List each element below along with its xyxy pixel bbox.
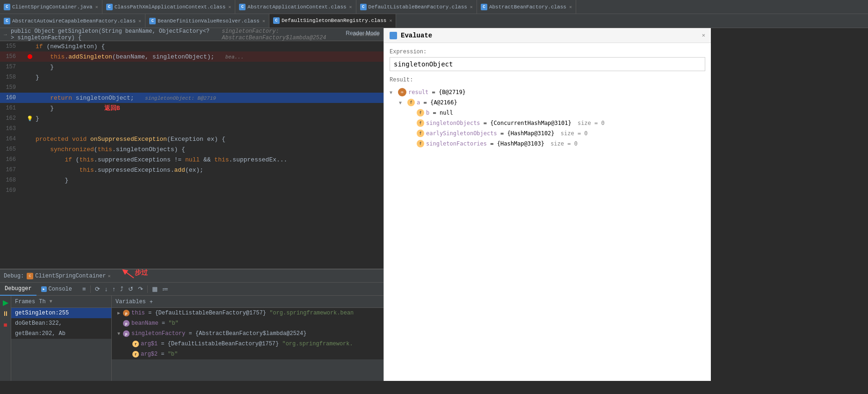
breakpoint-icon-156[interactable] [28, 54, 32, 59]
expand-arg1[interactable] [125, 341, 131, 347]
tab-defaultsingleton[interactable]: C DefaultSingletonBeanRegistry.class ✕ [269, 14, 396, 28]
code-line-162: 162 💡 } [0, 113, 383, 124]
line-content-164: protected void onSuppressedException(Exc… [34, 136, 383, 143]
debug-client[interactable]: C ClientSpringContainer ✕ [27, 273, 110, 279]
expand-arg2[interactable] [125, 351, 131, 358]
var-item-arg1[interactable]: f arg$1 = {DefaultListableBeanFactory@17… [112, 339, 383, 349]
tab-clientspring[interactable]: C ClientSpringContainer.java ✕ [0, 0, 102, 14]
debug-toolbar: ≡ ⟳ ↓ ↑ ⤴ ↺ ↷ ▦ ≔ [80, 285, 170, 293]
tab-close-7[interactable]: ✕ [262, 18, 265, 24]
var-item-beanname[interactable]: p beanName = "b" [112, 318, 383, 328]
threads-dropdown-icon[interactable]: ▼ [50, 299, 52, 304]
var-item-arg2[interactable]: f arg$2 = "b" [112, 349, 383, 359]
result-icon-root: ∞ [398, 88, 406, 96]
pause-button[interactable]: ⏸ [1, 309, 10, 318]
reset-button[interactable]: ↺ [126, 285, 135, 293]
result-icon-singletonobjects: f [417, 119, 424, 127]
expand-this[interactable]: ▶ [116, 310, 122, 316]
tab-abstractapp[interactable]: C AbstractApplicationContext.class ✕ [235, 0, 356, 14]
result-row-singletonfactories[interactable]: f singletonFactories = {HashMap@3103} si… [390, 139, 705, 149]
tab-close-4[interactable]: ✕ [470, 4, 473, 10]
result-icon-singletonfactories: f [417, 140, 424, 147]
add-variable-button[interactable]: + [150, 299, 153, 305]
resume-button[interactable]: ▶ [1, 298, 10, 307]
expression-input[interactable] [390, 57, 705, 71]
tab-close-2[interactable]: ✕ [228, 4, 231, 10]
client-close[interactable]: ✕ [108, 273, 110, 279]
settings-button[interactable]: ≔ [160, 285, 170, 293]
code-line-158: 158 } [0, 72, 383, 82]
tab-close-3[interactable]: ✕ [349, 4, 352, 10]
result-name-b: b = null [426, 109, 453, 116]
hint-text-1: singletonFactory: AbstractBeanFactory$la… [222, 28, 345, 41]
frames-button[interactable]: ≡ [80, 285, 88, 293]
gutter-162[interactable]: 💡 [26, 116, 34, 122]
tab-icon-6: C [4, 18, 10, 24]
var-item-this[interactable]: ▶ p this = {DefaultListableBeanFactory@1… [112, 308, 383, 318]
tab-close-1[interactable]: ✕ [95, 4, 98, 10]
tab-label-1: ClientSpringContainer.java [12, 4, 93, 10]
result-row-root[interactable]: ▼ ∞ result = {B@2719} [390, 87, 705, 97]
tab-debugger[interactable]: Debugger [0, 283, 36, 296]
result-name-earlysingleton: earlySingletonObjects = {HashMap@3102} s… [426, 130, 588, 137]
reader-mode-button[interactable]: Reader Mode [346, 30, 380, 36]
tab-close-8[interactable]: ✕ [389, 18, 392, 23]
var-name-this: this = {DefaultListableBeanFactory@1757}… [131, 310, 354, 316]
step-into-button[interactable]: ↓ [103, 285, 110, 293]
frame-label-2: doGetBean:322, [15, 320, 62, 327]
evaluate-button[interactable]: ↷ [136, 285, 145, 293]
var-icon-singletonfactory: p [123, 330, 130, 337]
main-layout: → public Object getSingleton(String bean… [0, 28, 868, 381]
var-icon-this: p [123, 310, 130, 316]
code-line-167: 167 this.suppressedExceptions.add(ex); [0, 165, 383, 175]
expand-beanname[interactable] [116, 320, 122, 327]
var-item-singletonfactory[interactable]: ▼ p singletonFactory = {AbstractBeanFact… [112, 328, 383, 339]
evaluate-panel-icon [390, 32, 397, 39]
line-number-163: 163 [0, 125, 20, 132]
tab-classpathxml[interactable]: C ClassPathXmlApplicationContext.class ✕ [102, 0, 236, 14]
frame-item-getbean[interactable]: getBean:202, Ab [11, 328, 111, 339]
result-row-b[interactable]: f b = null [390, 108, 705, 118]
tab-abstractautowire[interactable]: C AbstractAutowireCapableBeanFactory.cla… [0, 14, 145, 28]
line-number-169: 169 [0, 187, 20, 194]
run-to-cursor-button[interactable]: ⤴ [118, 285, 125, 293]
tab-console[interactable]: ▶ Console [36, 283, 77, 296]
expand-result[interactable]: ▼ [390, 90, 396, 95]
evaluate-header: Evaluate ✕ [384, 28, 711, 43]
line-number-157: 157 [0, 64, 20, 70]
frame-item-dogetbean[interactable]: doGetBean:322, [11, 318, 111, 328]
line-content-156: this.addSingleton(beanName, singletonObj… [34, 53, 383, 60]
step-out-button[interactable]: ↑ [110, 285, 117, 293]
evaluate-close-icon[interactable]: ✕ [702, 32, 705, 39]
tab-close-6[interactable]: ✕ [138, 18, 141, 24]
line-content-166: if (this.suppressedExceptions != null &&… [34, 156, 383, 163]
var-icon-arg2: f [132, 351, 139, 358]
result-row-singletonobjects[interactable]: f singletonObjects = {ConcurrentHashMap@… [390, 118, 705, 128]
result-row-earlysingleton[interactable]: f earlySingletonObjects = {HashMap@3102}… [390, 128, 705, 139]
expand-a[interactable]: ▼ [399, 100, 405, 105]
evaluate-panel: Evaluate ✕ Expression: Result: ▼ ∞ resul… [383, 28, 711, 381]
step-over-button[interactable]: ⟳ [93, 285, 102, 293]
bulb-icon-162[interactable]: 💡 [27, 116, 33, 122]
code-line-166: 166 if (this.suppressedExceptions != nul… [0, 154, 383, 165]
frame-label-1: getSingleton:255 [15, 310, 69, 316]
tab-defaultlistable[interactable]: C DefaultListableBeanFactory.class ✕ [356, 0, 477, 14]
memory-button[interactable]: ▦ [150, 285, 159, 293]
debug-label: Debug: [4, 273, 24, 279]
tab-close-5[interactable]: ✕ [569, 4, 572, 10]
code-line-169: 169 [0, 185, 383, 196]
step-over-label: 步过 [135, 269, 148, 277]
gutter-156[interactable] [26, 54, 34, 59]
variables-label: Variables [116, 299, 146, 305]
console-icon: ▶ [41, 286, 47, 292]
tab-label-6: AbstractAutowireCapableBeanFactory.class [12, 18, 136, 24]
tab-icon-4: C [360, 4, 367, 10]
tab-beandefvalue[interactable]: C BeanDefinitionValueResolver.class ✕ [145, 14, 269, 28]
stop-button[interactable]: ■ [1, 320, 10, 329]
client-icon: C [27, 273, 33, 279]
line-content-158: } [34, 74, 383, 81]
result-row-a[interactable]: ▼ f a = {A@2166} [390, 97, 705, 108]
frame-item-getsingleton[interactable]: getSingleton:255 [11, 308, 111, 318]
tab-abstractbean[interactable]: C AbstractBeanFactory.class ✕ [477, 0, 576, 14]
expand-singletonfactory[interactable]: ▼ [116, 330, 122, 337]
